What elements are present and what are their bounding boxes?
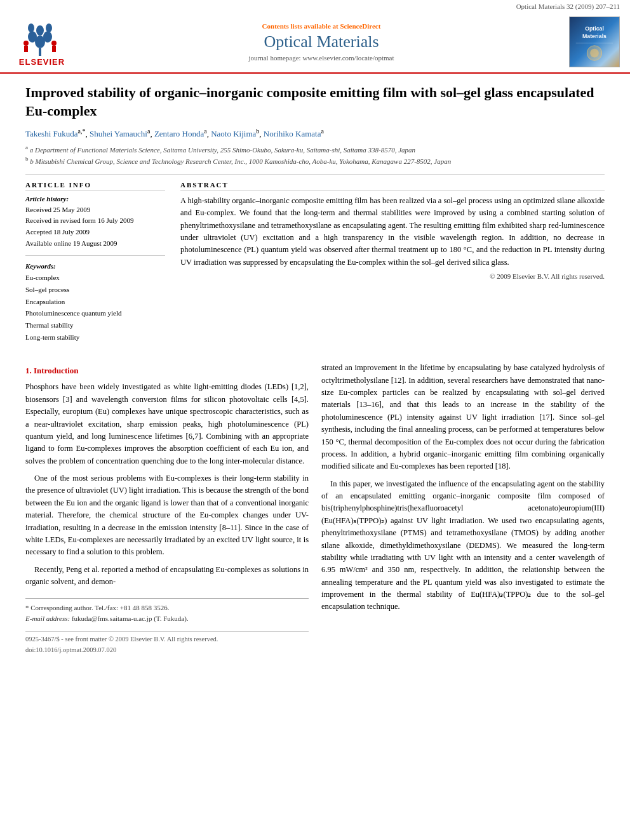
copyright-line: © 2009 Elsevier B.V. All rights reserved…	[180, 272, 605, 280]
svg-point-5	[28, 23, 34, 32]
date-received: Received 25 May 2009 Received in revised…	[25, 204, 165, 249]
keyword-item: Photoluminescence quantum yield	[25, 307, 165, 319]
issn-line: 0925-3467/$ - see front matter © 2009 El…	[25, 634, 309, 644]
body-para-3: Recently, Peng et al. reported a method …	[25, 564, 309, 589]
svg-point-3	[43, 31, 52, 43]
article-title: Improved stability of organic–inorganic …	[25, 84, 605, 120]
footer-info: 0925-3467/$ - see front matter © 2009 El…	[25, 631, 309, 655]
keyword-item: Encapsulation	[25, 296, 165, 308]
keywords-label: Keywords:	[25, 262, 165, 270]
article-history-block: Article history: Received 25 May 2009 Re…	[25, 195, 165, 249]
elsevier-label: ELSEVIER	[19, 57, 65, 67]
body-col-left: 1. Introduction Phosphors have been wide…	[25, 362, 309, 655]
svg-point-2	[28, 31, 37, 43]
journal-center: Contents lists available at ScienceDirec…	[74, 22, 569, 62]
affiliations: a a Department of Functional Materials S…	[25, 143, 605, 166]
body-columns: 1. Introduction Phosphors have been wide…	[25, 362, 605, 655]
affil-b: b b Mitsubishi Chemical Group, Science a…	[25, 155, 605, 166]
divider-kw	[25, 255, 165, 256]
keyword-item: Sol–gel process	[25, 284, 165, 296]
abstract-label: ABSTRACT	[180, 181, 605, 191]
divider	[25, 174, 605, 175]
body-para-right-1: strated an improvement in the lifetime b…	[321, 362, 605, 472]
keyword-item: Thermal stability	[25, 319, 165, 331]
journal-meta: Optical Materials 32 (2009) 207–211	[0, 0, 630, 11]
footnote-email: E-mail address: fukuda@fms.saitama-u.ac.…	[25, 613, 309, 624]
body-para-1: Phosphors have been widely investigated …	[25, 381, 309, 467]
journal-cover-image: Optical Materials	[569, 17, 620, 67]
svg-rect-10	[52, 46, 56, 52]
keywords-list: Eu-complex Sol–gel process Encapsulation…	[25, 272, 165, 343]
article-info-row: ARTICLE INFO Article history: Received 2…	[25, 181, 605, 350]
section1-heading: 1. Introduction	[25, 364, 309, 377]
keyword-item: Long-term stability	[25, 331, 165, 343]
footnote-section: * Corresponding author. Tel./fax: +81 48…	[25, 598, 309, 623]
svg-rect-0	[39, 48, 41, 56]
article-info-col: ARTICLE INFO Article history: Received 2…	[25, 181, 165, 350]
journal-header: Optical Materials 32 (2009) 207–211	[0, 0, 630, 74]
journal-cover: Optical Materials	[569, 17, 620, 67]
doi-line: doi:10.1016/j.optmat.2009.07.020	[25, 645, 309, 655]
svg-text:Optical: Optical	[585, 25, 604, 32]
affil-a: a a Department of Functional Materials S…	[25, 143, 605, 155]
body-para-2: One of the most serious problems with Eu…	[25, 472, 309, 559]
footnote-corresponding: * Corresponding author. Tel./fax: +81 48…	[25, 603, 309, 613]
sciencedirect-line: Contents lists available at ScienceDirec…	[74, 22, 569, 30]
svg-point-16	[590, 49, 599, 58]
keywords-block: Keywords: Eu-complex Sol–gel process Enc…	[25, 262, 165, 343]
abstract-col: ABSTRACT A high-stability organic–inorga…	[180, 181, 605, 350]
journal-banner: ELSEVIER Contents lists available at Sci…	[0, 11, 630, 72]
svg-point-4	[36, 25, 44, 36]
journal-homepage: journal homepage: www.elsevier.com/locat…	[74, 54, 569, 62]
keyword-item: Eu-complex	[25, 272, 165, 284]
article-info-label: ARTICLE INFO	[25, 181, 165, 191]
history-label: Article history:	[25, 195, 165, 203]
svg-point-9	[51, 41, 57, 46]
svg-rect-8	[24, 46, 28, 52]
svg-point-6	[46, 23, 52, 32]
body-col-right: strated an improvement in the lifetime b…	[321, 362, 605, 655]
svg-text:Materials: Materials	[582, 33, 607, 39]
elsevier-tree-icon	[20, 18, 64, 56]
authors-line: Takeshi Fukudaa,*, Shuhei Yamauchia, Zen…	[25, 128, 605, 139]
journal-title-banner: Optical Materials	[74, 32, 569, 51]
article-container: Improved stability of organic–inorganic …	[0, 74, 630, 670]
elsevier-logo: ELSEVIER	[10, 18, 74, 67]
abstract-text: A high-stability organic–inorganic compo…	[180, 195, 605, 269]
body-para-right-2: In this paper, we investigated the influ…	[321, 478, 605, 613]
svg-point-7	[23, 41, 29, 46]
